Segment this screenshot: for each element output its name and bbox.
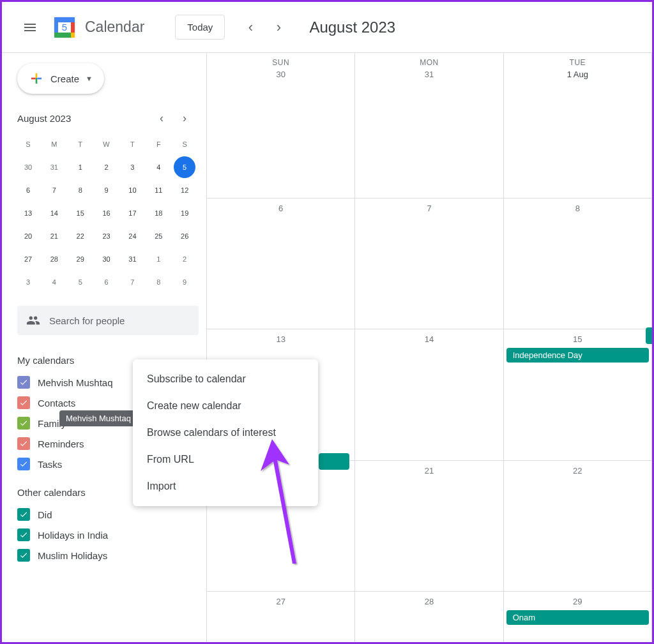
day-cell[interactable]: 22 <box>504 461 652 592</box>
popup-menu-item[interactable]: Subscribe to calendar <box>133 366 318 393</box>
day-cell[interactable]: 6 <box>207 198 355 330</box>
mini-day[interactable]: 3 <box>17 271 39 293</box>
day-cell[interactable]: 21 <box>355 461 503 592</box>
hamburger-menu-icon[interactable] <box>15 12 45 43</box>
mini-day[interactable]: 6 <box>96 271 118 293</box>
mini-next-icon[interactable]: › <box>176 109 194 127</box>
day-cell[interactable]: 15Independence Day <box>504 329 652 461</box>
day-cell[interactable]: 30 <box>207 67 355 198</box>
mini-dow: T <box>70 133 91 155</box>
calendar-label: Reminders <box>38 438 84 449</box>
mini-day[interactable]: 8 <box>148 271 169 293</box>
mini-day[interactable]: 12 <box>174 179 195 201</box>
mini-day[interactable]: 31 <box>43 156 65 178</box>
today-button[interactable]: Today <box>175 15 225 40</box>
mini-day[interactable]: 10 <box>121 179 143 201</box>
popup-menu-item[interactable]: Import <box>133 473 318 500</box>
mini-dow: S <box>174 133 195 155</box>
mini-day[interactable]: 16 <box>96 202 118 224</box>
mini-day[interactable]: 26 <box>174 225 195 247</box>
checkbox-icon[interactable] <box>17 458 30 470</box>
checkbox-icon[interactable] <box>17 417 30 430</box>
mini-day[interactable]: 5 <box>70 271 91 293</box>
mini-day[interactable]: 4 <box>148 156 169 178</box>
mini-day[interactable]: 13 <box>17 202 39 224</box>
mini-day[interactable]: 30 <box>17 156 39 178</box>
mini-day[interactable]: 1 <box>70 156 91 178</box>
mini-day[interactable]: 31 <box>121 248 143 270</box>
next-month-icon[interactable]: › <box>266 15 291 40</box>
mini-day[interactable]: 1 <box>148 248 169 270</box>
mini-day[interactable]: 11 <box>148 179 169 201</box>
prev-month-icon[interactable]: ‹ <box>238 15 263 40</box>
day-cell[interactable]: 14 <box>355 329 503 461</box>
day-number: 14 <box>355 332 503 347</box>
mini-day[interactable]: 15 <box>70 202 91 224</box>
calendar-item[interactable]: Muslim Holidays <box>17 545 199 565</box>
mini-day[interactable]: 22 <box>70 225 91 247</box>
create-button[interactable]: Create ▼ <box>17 63 104 94</box>
mini-day[interactable]: 21 <box>43 225 65 247</box>
checkbox-icon[interactable] <box>17 437 30 450</box>
day-cell[interactable]: 31 <box>355 67 503 198</box>
mini-day[interactable]: 2 <box>174 248 195 270</box>
mini-day[interactable]: 3 <box>121 156 143 178</box>
mini-day[interactable]: 18 <box>148 202 169 224</box>
mini-day[interactable]: 4 <box>43 271 65 293</box>
day-cell[interactable]: 29Onam <box>504 592 652 642</box>
day-number: 1 Aug <box>504 67 651 82</box>
event-chip[interactable]: Independence Day <box>506 348 649 363</box>
mini-day[interactable]: 28 <box>43 248 65 270</box>
app-header: 5 Calendar Today ‹ › August 2023 <box>2 2 652 53</box>
day-cell[interactable]: 8 <box>504 198 652 330</box>
day-cell[interactable]: 1 Aug <box>504 67 652 198</box>
day-number: 30 <box>207 67 354 82</box>
mini-dow: F <box>148 133 169 155</box>
day-header: MON <box>355 53 503 67</box>
day-number: 28 <box>355 594 503 609</box>
mini-day[interactable]: 6 <box>17 179 39 201</box>
app-title: Calendar <box>85 19 144 36</box>
mini-day[interactable]: 17 <box>121 202 143 224</box>
checkbox-icon[interactable] <box>17 508 30 521</box>
checkbox-icon[interactable] <box>17 528 30 541</box>
calendar-item[interactable]: Did <box>17 504 199 525</box>
checkbox-icon[interactable] <box>17 549 30 562</box>
checkbox-icon[interactable] <box>17 376 30 389</box>
popup-menu-item[interactable]: From URL <box>133 446 318 473</box>
app-logo[interactable]: 5 Calendar <box>50 13 144 41</box>
mini-day[interactable]: 19 <box>174 202 195 224</box>
mini-day[interactable]: 23 <box>96 225 118 247</box>
mini-day[interactable]: 7 <box>121 271 143 293</box>
add-calendar-popup: Subscribe to calendarCreate new calendar… <box>133 359 318 506</box>
mini-day[interactable]: 7 <box>43 179 65 201</box>
calendar-label: Muslim Holidays <box>38 550 107 561</box>
mini-day[interactable]: 5 <box>174 156 195 178</box>
day-cell[interactable]: 7 <box>355 198 503 330</box>
mini-day[interactable]: 20 <box>17 225 39 247</box>
event-chip[interactable]: Onam <box>506 610 649 625</box>
mini-day[interactable]: 30 <box>96 248 118 270</box>
mini-day[interactable]: 8 <box>70 179 91 201</box>
mini-day[interactable]: 24 <box>121 225 143 247</box>
day-cell[interactable]: 28 <box>355 592 503 642</box>
mini-day[interactable]: 14 <box>43 202 65 224</box>
popup-menu-item[interactable]: Create new calendar <box>133 393 318 419</box>
mini-day[interactable]: 2 <box>96 156 118 178</box>
search-people-input[interactable]: Search for people <box>17 306 199 335</box>
mini-day[interactable]: 27 <box>17 248 39 270</box>
create-label: Create <box>50 73 79 84</box>
calendar-item[interactable]: Holidays in India <box>17 525 199 545</box>
mini-calendar[interactable]: SMTWTFS303112345678910111213141516171819… <box>17 133 199 293</box>
mini-prev-icon[interactable]: ‹ <box>153 109 171 127</box>
popup-menu-item[interactable]: Browse calendars of interest <box>133 419 318 446</box>
calendar-label: Did <box>38 509 52 520</box>
mini-day[interactable]: 25 <box>148 225 169 247</box>
mini-day[interactable]: 29 <box>70 248 91 270</box>
checkbox-icon[interactable] <box>17 396 30 409</box>
day-cell[interactable]: 27 <box>207 592 355 642</box>
day-header: SUN <box>207 53 355 67</box>
day-number: 31 <box>355 67 503 82</box>
mini-day[interactable]: 9 <box>96 179 118 201</box>
mini-day[interactable]: 9 <box>174 271 195 293</box>
